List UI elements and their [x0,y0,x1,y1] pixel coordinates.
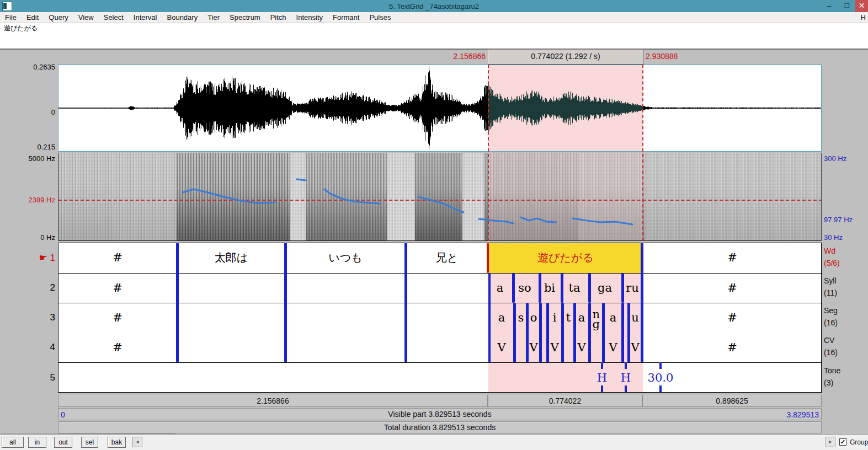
selection-start-time[interactable]: 2.156866 [433,52,486,61]
tier-interval-label: # [113,252,123,264]
tone-point-marker[interactable] [625,362,627,369]
tier-number-5[interactable]: 5 [22,372,55,383]
zoom-button-all[interactable]: all [2,437,24,448]
menu-item-pitch[interactable]: Pitch [265,13,291,22]
spectrogram-cursor-hz-label: 2389 Hz [17,196,55,204]
menu-item-pulses[interactable]: Pulses [364,13,396,22]
tone-point-marker[interactable] [625,385,627,392]
tier-interval-label: s [518,312,524,324]
tone-point-marker[interactable] [659,385,662,392]
selection-start-cursor[interactable] [488,65,489,241]
selection-duration-button[interactable]: 0.774022 (1.292 / s) [488,50,643,65]
tier-name-label-2[interactable]: Syll (11) [824,275,837,299]
visible-part-bar[interactable]: 0 Visible part 3.829513 seconds 3.829513 [58,408,822,420]
tier-interval-label: H [621,372,631,384]
tone-point-marker[interactable] [659,362,662,369]
tier-boundary[interactable] [539,273,541,303]
spectrogram-panel[interactable] [58,153,822,241]
tier-grid-panel[interactable]: #太郎はいつも兄と遊びたがる##asobitagaru##asoitangau#… [58,243,822,393]
tier-boundary[interactable] [561,303,564,362]
duration-segment-bar[interactable]: 0.774022 [488,395,642,407]
zoom-button-bak[interactable]: bak [108,437,126,448]
tier-boundary[interactable] [404,243,407,362]
menu-item-select[interactable]: Select [99,13,129,22]
tone-point-marker[interactable] [601,362,603,369]
tier-boundary[interactable] [526,303,529,362]
tier-boundary[interactable] [539,303,542,362]
waveform-panel[interactable] [58,65,822,152]
tier-interval-label: # [727,342,737,353]
total-duration-bar[interactable]: Total duration 3.829513 seconds [58,421,822,433]
tier-interval-label: # [113,282,123,294]
tier-name-label-4[interactable]: CV (16) [824,335,838,358]
tier-boundary[interactable] [627,303,630,362]
tier-boundary[interactable] [602,303,605,362]
tier-interval-label: ru [626,282,639,294]
tier-name-label-1[interactable]: Wd (5/6) [824,245,840,269]
tier-separator-line [58,243,822,243]
zoom-button-in[interactable]: in [28,437,46,448]
selection-end-cursor[interactable] [642,65,643,241]
scroll-left-button[interactable]: ◄ [132,437,142,447]
menu-item-tier[interactable]: Tier [203,13,225,22]
tier-name-label-3[interactable]: Seg (16) [824,305,838,329]
menu-item-edit[interactable]: Edit [22,13,44,22]
menu-item-formant[interactable]: Formant [328,13,364,22]
tier-boundary[interactable] [588,273,591,303]
tier-boundary[interactable] [176,243,179,362]
menu-item-spectrum[interactable]: Spectrum [225,13,265,22]
tier-boundary[interactable] [561,273,563,303]
tier-boundary[interactable] [621,273,624,303]
tier-boundary[interactable] [573,303,576,362]
menu-item-view[interactable]: View [73,13,99,22]
tier-separator-line [58,362,822,363]
tone-point-marker[interactable] [601,385,603,392]
interval-text-field[interactable]: 遊びたがる [0,23,868,50]
visible-start-time: 0 [61,409,65,420]
menu-item-intensity[interactable]: Intensity [291,13,328,22]
tier-interval-label: o [530,312,537,324]
bottom-control-strip [0,435,868,450]
tier-number-1[interactable]: ☛ 1 [22,252,55,264]
tier-boundary[interactable] [588,303,591,362]
close-button[interactable]: ✕ [855,0,868,12]
tier-interval-label: いつも [328,252,362,263]
scroll-right-button[interactable]: ► [826,437,835,447]
tier-boundary[interactable] [512,273,515,303]
selection-end-time[interactable]: 2.930888 [646,52,712,61]
app-icon [2,2,12,11]
tier-boundary[interactable] [621,303,624,362]
duration-segment-bar[interactable]: 2.156866 [58,395,488,407]
tier-name-label-5[interactable]: Tone (3) [824,365,840,389]
tier-number-2[interactable]: 2 [22,282,55,293]
tier-boundary[interactable] [284,243,287,362]
restore-button[interactable]: ❐ [839,0,855,12]
menu-item-query[interactable]: Query [44,13,73,22]
menu-item-file[interactable]: File [0,13,22,22]
tier-number-4[interactable]: 4 [22,342,55,353]
tier-boundary[interactable] [488,273,491,362]
tier-boundary[interactable] [546,303,549,362]
tier-separator-line [58,273,822,274]
tier-boundary[interactable] [641,243,643,362]
group-checkbox[interactable]: ✓ [839,438,846,446]
tier-interval-label: # [727,282,737,294]
menu-item-boundary[interactable]: Boundary [162,13,203,22]
tier-interval-label: a [578,312,585,324]
tier-boundary[interactable] [513,303,516,362]
tier-interval-label: i [553,312,557,324]
tier-interval-label: V [609,342,617,353]
menu-item-interval[interactable]: Interval [129,13,162,22]
interval-text-value: 遊びたがる [4,24,38,33]
zoom-button-sel[interactable]: sel [81,437,98,448]
tier-interval-label: H [597,372,607,384]
pitch-contour [58,153,821,240]
menu-item-help[interactable]: H [861,13,868,22]
minimize-button[interactable]: – [821,0,838,12]
tier-number-3[interactable]: 3 [22,312,55,323]
total-duration-label: Total duration 3.829513 seconds [384,423,496,432]
duration-segment-bar[interactable]: 0.898625 [642,395,822,407]
tier-boundary[interactable] [487,243,489,273]
tier-separator-line [58,303,822,303]
zoom-button-out[interactable]: out [54,437,72,448]
